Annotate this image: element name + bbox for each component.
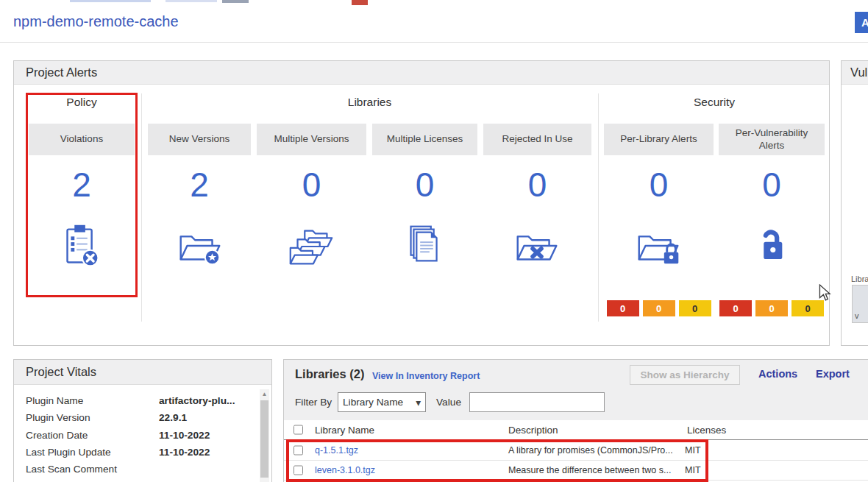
column-header-licenses[interactable]: Licenses [687, 425, 726, 436]
alert-tab-per-vulnerability-alerts: Per-Vulnerability Alerts [719, 124, 825, 155]
badge-high-severity: 0 [719, 300, 752, 316]
vital-row: Plugin Nameartifactory-plu... [14, 392, 257, 409]
vital-row: Last Scan Comment [14, 461, 257, 478]
header-divider [0, 42, 868, 43]
folder-star-icon [148, 219, 251, 274]
libraries-title: Libraries (2) [295, 367, 364, 381]
filter-field-select[interactable]: Library Name ▾ [338, 392, 426, 412]
libraries-table-header: Library Name Description Licenses [284, 420, 868, 440]
scrollbar-up-arrow-icon[interactable]: ▲ [260, 389, 269, 399]
clipped-gray-button-label: v [855, 311, 859, 320]
column-header-description[interactable]: Description [508, 425, 558, 436]
filter-value-input[interactable] [469, 392, 605, 412]
vital-label: Plugin Name [26, 395, 159, 406]
library-description: A library for promises (CommonJS/Pro... [508, 445, 673, 456]
filter-by-label: Filter By [295, 397, 332, 408]
vital-row: Last Plugin Update11-10-2022 [14, 444, 257, 461]
project-vitals-panel: Project Vitals Plugin Nameartifactory-pl… [13, 359, 272, 482]
vital-label: Last Scan Comment [26, 464, 159, 475]
vital-value: 11-10-2022 [159, 447, 210, 458]
rejected-in-use-count[interactable]: 0 [483, 165, 591, 205]
folder-x-icon [483, 219, 591, 274]
row-checkbox[interactable] [294, 466, 303, 475]
alert-column-per-library-alerts: Per-Library Alerts 0 0 0 0 [604, 124, 714, 322]
alert-column-multiple-versions: Multiple Versions 0 [257, 124, 366, 322]
clipped-toolbar-fragment [70, 0, 151, 2]
view-in-inventory-report-link[interactable]: View In Inventory Report [372, 371, 480, 381]
page: npm-demo-remote-cache A Project Alerts P… [0, 0, 868, 482]
clipped-library-label: Libra [851, 274, 868, 283]
new-versions-count[interactable]: 2 [148, 165, 251, 205]
group-label-policy: Policy [29, 96, 135, 109]
alert-tab-per-library-alerts: Per-Library Alerts [604, 124, 714, 155]
alert-tab-violations: Violations [29, 124, 135, 155]
alert-tab-multiple-licenses: Multiple Licenses [372, 124, 477, 155]
group-divider [598, 93, 599, 322]
badge-medium-severity: 0 [643, 300, 675, 316]
per-vulnerability-alerts-count[interactable]: 0 [719, 165, 825, 205]
project-alerts-title: Project Alerts [14, 61, 829, 85]
vulnerabilities-panel-clipped: Vul Libra v [841, 60, 868, 346]
vital-value: 11-10-2022 [159, 430, 210, 441]
clipped-top-action-button[interactable]: A [855, 12, 868, 33]
multiple-licenses-count[interactable]: 0 [372, 165, 477, 205]
select-all-checkbox[interactable] [294, 425, 303, 435]
severity-badges-per-library: 0 0 0 [604, 300, 714, 316]
group-label-security: Security [604, 96, 825, 109]
badge-medium-severity: 0 [755, 300, 788, 316]
clipped-gray-button[interactable]: v [852, 285, 868, 323]
vulnerabilities-panel-title: Vul [842, 61, 868, 85]
folders-icon [257, 219, 366, 274]
vital-label: Last Plugin Update [26, 447, 159, 458]
vital-label: Plugin Version [26, 412, 159, 423]
alert-tab-multiple-versions: Multiple Versions [257, 124, 366, 155]
scrollbar-thumb[interactable] [260, 400, 268, 478]
clipped-toolbar-fragment [222, 0, 249, 3]
row-checkbox[interactable] [294, 446, 303, 456]
alert-column-rejected-in-use: Rejected In Use 0 [483, 124, 591, 322]
alert-tab-rejected-in-use: Rejected In Use [483, 124, 591, 155]
multiple-versions-count[interactable]: 0 [257, 165, 366, 205]
table-row[interactable]: leven-3.1.0.tgz Measure the difference b… [284, 461, 868, 481]
badge-low-severity: 0 [679, 300, 711, 316]
chevron-down-icon: ▾ [416, 397, 421, 408]
library-licenses: MIT [685, 465, 701, 475]
badge-high-severity: 0 [607, 300, 639, 316]
vital-row: Plugin Version22.9.1 [14, 409, 257, 426]
group-label-libraries: Libraries [148, 96, 591, 109]
column-header-library-name[interactable]: Library Name [315, 425, 374, 436]
project-vitals-title: Project Vitals [14, 360, 271, 385]
per-library-alerts-count[interactable]: 0 [604, 165, 714, 205]
alert-tab-new-versions: New Versions [148, 124, 251, 155]
vital-row: Creation Date11-10-2022 [14, 427, 257, 444]
alert-column-new-versions: New Versions 2 [148, 124, 251, 322]
folder-lock-icon [604, 219, 714, 274]
show-as-hierarchy-button[interactable]: Show as Hierarchy [630, 365, 740, 385]
alert-column-multiple-licenses: Multiple Licenses 0 [372, 124, 477, 322]
violations-count[interactable]: 2 [29, 165, 135, 205]
alert-column-violations: Violations 2 [29, 124, 135, 322]
clipped-toolbar-fragment [352, 0, 368, 5]
library-name-link[interactable]: leven-3.1.0.tgz [315, 465, 375, 475]
clipboard-x-icon [29, 219, 135, 274]
alert-column-per-vulnerability-alerts: Per-Vulnerability Alerts 0 0 0 0 [719, 124, 825, 322]
library-licenses: MIT [685, 445, 701, 456]
filter-field-value: Library Name [343, 397, 403, 408]
severity-badges-per-vulnerability: 0 0 0 [719, 300, 825, 316]
table-row[interactable]: q-1.5.1.tgz A library for promises (Comm… [284, 441, 868, 461]
unlock-icon [719, 222, 825, 272]
library-description: Measure the difference between two s... [508, 465, 671, 475]
library-name-link[interactable]: q-1.5.1.tgz [315, 445, 358, 456]
clipped-top-action-label: A [861, 16, 868, 29]
value-label: Value [436, 397, 461, 408]
group-divider [141, 93, 142, 322]
vital-value: 22.9.1 [159, 412, 187, 423]
libraries-panel: Libraries (2) View In Inventory Report S… [283, 359, 868, 482]
vital-label: Creation Date [26, 430, 159, 441]
vital-value: artifactory-plu... [159, 395, 235, 406]
documents-icon [372, 219, 477, 274]
vitals-scrollbar[interactable]: ▲ [260, 389, 269, 482]
export-button[interactable]: Export [816, 368, 850, 380]
project-alerts-panel: Project Alerts Policy Libraries Security… [13, 60, 830, 346]
actions-button[interactable]: Actions [758, 368, 797, 380]
